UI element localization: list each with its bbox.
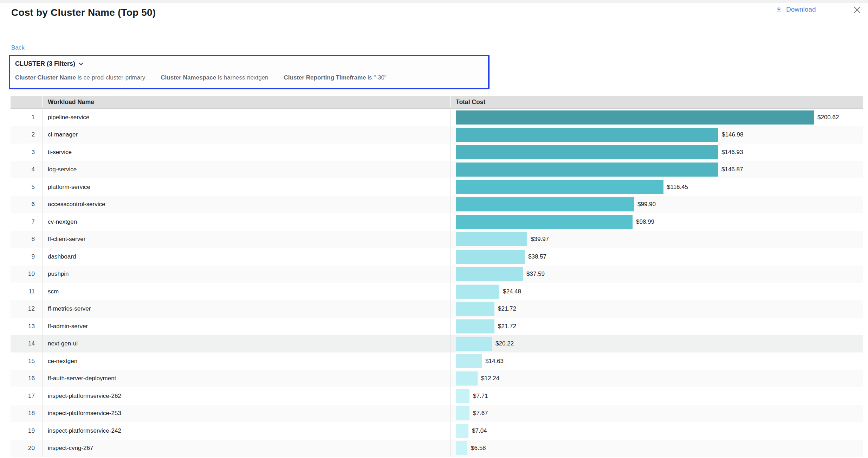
cost-value: $20.22	[495, 340, 514, 347]
table-row[interactable]: 9dashboard$38.57	[11, 248, 863, 266]
cost-bar[interactable]	[456, 371, 478, 386]
cost-bar[interactable]	[456, 337, 492, 351]
row-rank: 18	[11, 405, 43, 422]
cost-bar[interactable]	[456, 267, 523, 281]
cost-bar[interactable]	[456, 424, 468, 438]
cost-bar[interactable]	[456, 110, 814, 125]
row-rank: 12	[11, 300, 43, 318]
row-rank: 9	[11, 248, 43, 266]
row-rank: 16	[11, 370, 43, 388]
table-row[interactable]: 8ff-client-server$39.97	[11, 231, 863, 248]
close-button[interactable]	[851, 4, 863, 15]
row-rank: 13	[11, 318, 43, 335]
cost-bar[interactable]	[456, 319, 494, 333]
workload-name-cell: scm	[43, 283, 451, 300]
workload-name-column-header: Workload Name	[43, 96, 451, 108]
row-rank: 20	[11, 440, 43, 457]
row-rank: 10	[11, 266, 43, 283]
table-row[interactable]: 1pipeline-service$200.62	[11, 109, 863, 126]
download-label: Download	[786, 6, 816, 13]
table-row[interactable]: 5platform-service$116.45	[11, 178, 863, 196]
cost-value: $200.62	[817, 114, 839, 121]
workload-name-cell: inspect-cvng-267	[43, 440, 451, 457]
table-row[interactable]: 11scm$24.48	[11, 283, 863, 300]
filter-chip[interactable]: Cluster Cluster Name is ce-prod-cluster-…	[15, 74, 145, 81]
filter-field: Cluster Cluster Name	[15, 74, 76, 81]
cost-bar[interactable]	[456, 250, 525, 264]
table-row[interactable]: 18inspect-platformservice-253$7.67	[11, 405, 863, 422]
workload-name-cell: platform-service	[43, 178, 451, 196]
cost-bar[interactable]	[456, 441, 467, 455]
filter-chip[interactable]: Cluster Reporting Timeframe is "-30"	[284, 74, 387, 81]
workload-name-cell: accesscontrol-service	[43, 196, 451, 214]
filter-summary-toggle[interactable]: CLUSTER (3 Filters)	[15, 60, 483, 68]
table-row[interactable]: 12ff-metrics-server$21.72	[11, 300, 863, 318]
cost-bar[interactable]	[456, 163, 718, 177]
cost-bar[interactable]	[456, 285, 499, 299]
filter-value: ce-prod-cluster-primary	[84, 74, 145, 81]
table-row[interactable]: 17inspect-platformservice-262$7.71	[11, 387, 863, 405]
cost-modal: Cost by Cluster Name (Top 50) Download B…	[0, 0, 868, 458]
cost-bar[interactable]	[456, 197, 634, 211]
cost-bar[interactable]	[456, 232, 527, 246]
table-row[interactable]: 19inspect-platformservice-242$7.04	[11, 422, 863, 440]
page-title: Cost by Cluster Name (Top 50)	[11, 7, 156, 18]
row-rank: 14	[11, 335, 43, 353]
cost-bar[interactable]	[456, 180, 663, 194]
cost-bar[interactable]	[456, 215, 633, 229]
workload-name-cell: inspect-platformservice-253	[43, 405, 451, 422]
total-cost-cell: $20.22	[451, 335, 863, 353]
cost-bar[interactable]	[456, 145, 718, 159]
workload-name-cell: dashboard	[43, 248, 451, 266]
table-row[interactable]: 4log-service$146.87	[11, 161, 863, 179]
rank-column-header	[11, 96, 43, 108]
cost-bar[interactable]	[456, 406, 469, 420]
table-row[interactable]: 10pushpin$37.59	[11, 266, 863, 283]
workload-name-cell: ti-service	[43, 144, 451, 161]
table-row[interactable]: 15ce-nextgen$14.63	[11, 352, 863, 370]
workload-name-cell: ci-manager	[43, 126, 451, 144]
cost-value: $146.98	[722, 131, 743, 138]
filter-operator: is	[78, 74, 82, 81]
table-row[interactable]: 16ff-auth-server-deployment$12.24	[11, 370, 863, 388]
row-rank: 2	[11, 126, 43, 144]
total-cost-cell: $21.72	[451, 300, 863, 318]
cost-value: $146.87	[721, 166, 743, 173]
total-cost-cell: $21.72	[451, 318, 863, 335]
back-link[interactable]: Back	[11, 44, 25, 51]
total-cost-cell: $98.99	[451, 213, 863, 231]
total-cost-cell: $200.62	[451, 109, 863, 126]
filter-chip[interactable]: Cluster Namespace is harness-nextgen	[161, 74, 268, 81]
cost-bar[interactable]	[456, 354, 482, 368]
cost-table: Workload Name Total Cost 1pipeline-servi…	[11, 96, 863, 457]
filter-panel: CLUSTER (3 Filters) Cluster Cluster Name…	[9, 55, 490, 89]
total-cost-cell: $39.97	[451, 231, 863, 248]
row-rank: 19	[11, 422, 43, 440]
table-header-row: Workload Name Total Cost	[11, 96, 863, 109]
workload-name-cell: cv-nextgen	[43, 213, 451, 231]
download-button[interactable]: Download	[775, 6, 816, 13]
cost-value: $12.24	[481, 375, 499, 382]
chevron-down-icon	[78, 61, 84, 66]
cost-value: $146.93	[721, 149, 743, 156]
table-row[interactable]: 7cv-nextgen$98.99	[11, 213, 863, 231]
table-row[interactable]: 14next-gen-ui$20.22	[11, 335, 863, 353]
row-rank: 5	[11, 178, 43, 196]
cost-value: $39.97	[531, 236, 549, 243]
table-row[interactable]: 3ti-service$146.93	[11, 144, 863, 161]
table-row[interactable]: 13ff-admin-server$21.72	[11, 318, 863, 335]
table-row[interactable]: 6accesscontrol-service$99.90	[11, 196, 863, 214]
total-cost-cell: $146.87	[451, 161, 863, 179]
workload-name-cell: pipeline-service	[43, 109, 451, 126]
total-cost-cell: $7.67	[451, 405, 863, 422]
row-rank: 3	[11, 144, 43, 161]
workload-name-cell: log-service	[43, 161, 451, 179]
row-rank: 7	[11, 213, 43, 231]
total-cost-cell: $12.24	[451, 370, 863, 388]
cost-bar[interactable]	[456, 128, 718, 142]
table-row[interactable]: 20inspect-cvng-267$6.58	[11, 440, 863, 457]
table-row[interactable]: 2ci-manager$146.98	[11, 126, 863, 144]
cost-bar[interactable]	[456, 389, 469, 403]
total-cost-cell: $24.48	[451, 283, 863, 300]
cost-bar[interactable]	[456, 302, 494, 316]
